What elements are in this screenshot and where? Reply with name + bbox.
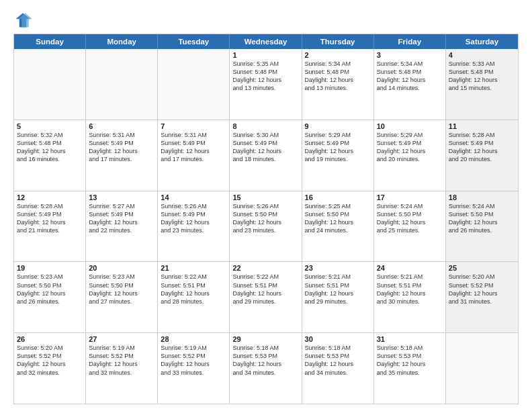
calendar-cell <box>14 49 86 120</box>
day-number: 26 <box>17 335 83 343</box>
calendar-cell: 14Sunrise: 5:26 AMSunset: 5:49 PMDayligh… <box>158 191 230 262</box>
calendar-cell: 7Sunrise: 5:31 AMSunset: 5:49 PMDaylight… <box>158 120 230 191</box>
day-number: 30 <box>305 335 371 343</box>
day-number: 29 <box>232 335 298 343</box>
calendar-cell: 16Sunrise: 5:25 AMSunset: 5:50 PMDayligh… <box>302 191 374 262</box>
calendar-cell <box>446 333 518 404</box>
day-number: 17 <box>377 193 443 201</box>
day-number: 4 <box>449 51 515 59</box>
day-number: 23 <box>305 264 371 272</box>
header-day: Tuesday <box>158 34 230 49</box>
day-number: 24 <box>377 264 443 272</box>
cell-info: Sunrise: 5:34 AMSunset: 5:48 PMDaylight:… <box>305 60 371 93</box>
calendar-cell: 23Sunrise: 5:21 AMSunset: 5:51 PMDayligh… <box>302 262 374 332</box>
day-number: 11 <box>449 122 515 130</box>
calendar-cell: 26Sunrise: 5:20 AMSunset: 5:52 PMDayligh… <box>14 333 86 404</box>
day-number: 10 <box>377 122 443 130</box>
cell-info: Sunrise: 5:30 AMSunset: 5:49 PMDaylight:… <box>232 131 298 164</box>
calendar-cell: 12Sunrise: 5:28 AMSunset: 5:49 PMDayligh… <box>14 191 86 262</box>
cell-info: Sunrise: 5:18 AMSunset: 5:53 PMDaylight:… <box>377 344 443 377</box>
cell-info: Sunrise: 5:20 AMSunset: 5:52 PMDaylight:… <box>449 273 515 306</box>
cell-info: Sunrise: 5:20 AMSunset: 5:52 PMDaylight:… <box>17 344 83 377</box>
day-number: 31 <box>377 335 443 343</box>
header-day: Saturday <box>446 34 518 49</box>
day-number: 15 <box>232 193 298 201</box>
calendar-cell: 18Sunrise: 5:24 AMSunset: 5:50 PMDayligh… <box>446 191 518 262</box>
calendar-cell: 19Sunrise: 5:23 AMSunset: 5:50 PMDayligh… <box>14 262 86 332</box>
day-number: 13 <box>89 193 154 201</box>
header-day: Wednesday <box>230 34 302 49</box>
calendar-row: 1Sunrise: 5:35 AMSunset: 5:48 PMDaylight… <box>14 49 518 120</box>
day-number: 8 <box>232 122 298 130</box>
day-number: 28 <box>161 335 226 343</box>
day-number: 5 <box>17 122 83 130</box>
day-number: 27 <box>89 335 154 343</box>
day-number: 18 <box>449 193 515 201</box>
calendar-cell: 28Sunrise: 5:19 AMSunset: 5:52 PMDayligh… <box>158 333 230 404</box>
cell-info: Sunrise: 5:23 AMSunset: 5:50 PMDaylight:… <box>17 273 83 306</box>
day-number: 19 <box>17 264 83 272</box>
day-number: 2 <box>305 51 371 59</box>
day-number: 7 <box>161 122 226 130</box>
cell-info: Sunrise: 5:24 AMSunset: 5:50 PMDaylight:… <box>449 202 515 235</box>
day-number: 20 <box>89 264 154 272</box>
calendar-cell: 20Sunrise: 5:23 AMSunset: 5:50 PMDayligh… <box>86 262 158 332</box>
cell-info: Sunrise: 5:31 AMSunset: 5:49 PMDaylight:… <box>89 131 154 164</box>
calendar-cell: 6Sunrise: 5:31 AMSunset: 5:49 PMDaylight… <box>86 120 158 191</box>
day-number: 1 <box>232 51 298 59</box>
logo-icon <box>13 11 32 30</box>
calendar-cell: 17Sunrise: 5:24 AMSunset: 5:50 PMDayligh… <box>374 191 446 262</box>
calendar-cell <box>86 49 158 120</box>
cell-info: Sunrise: 5:22 AMSunset: 5:51 PMDaylight:… <box>232 273 298 306</box>
cell-info: Sunrise: 5:25 AMSunset: 5:50 PMDaylight:… <box>305 202 371 235</box>
cell-info: Sunrise: 5:18 AMSunset: 5:53 PMDaylight:… <box>305 344 371 377</box>
cell-info: Sunrise: 5:18 AMSunset: 5:53 PMDaylight:… <box>232 344 298 377</box>
cell-info: Sunrise: 5:19 AMSunset: 5:52 PMDaylight:… <box>89 344 154 377</box>
calendar-row: 5Sunrise: 5:32 AMSunset: 5:48 PMDaylight… <box>14 120 518 191</box>
day-number: 14 <box>161 193 226 201</box>
cell-info: Sunrise: 5:26 AMSunset: 5:50 PMDaylight:… <box>232 202 298 235</box>
day-number: 25 <box>449 264 515 272</box>
cell-info: Sunrise: 5:19 AMSunset: 5:52 PMDaylight:… <box>161 344 226 377</box>
calendar-cell: 22Sunrise: 5:22 AMSunset: 5:51 PMDayligh… <box>230 262 302 332</box>
calendar-cell: 29Sunrise: 5:18 AMSunset: 5:53 PMDayligh… <box>230 333 302 404</box>
calendar-body: 1Sunrise: 5:35 AMSunset: 5:48 PMDaylight… <box>14 49 518 404</box>
day-number: 6 <box>89 122 154 130</box>
calendar-cell: 24Sunrise: 5:21 AMSunset: 5:51 PMDayligh… <box>374 262 446 332</box>
calendar-cell: 31Sunrise: 5:18 AMSunset: 5:53 PMDayligh… <box>374 333 446 404</box>
page: SundayMondayTuesdayWednesdayThursdayFrid… <box>0 0 532 411</box>
cell-info: Sunrise: 5:31 AMSunset: 5:49 PMDaylight:… <box>161 131 226 164</box>
calendar-row: 26Sunrise: 5:20 AMSunset: 5:52 PMDayligh… <box>14 332 518 404</box>
header-day: Friday <box>374 34 446 49</box>
calendar-cell: 30Sunrise: 5:18 AMSunset: 5:53 PMDayligh… <box>302 333 374 404</box>
day-number: 22 <box>232 264 298 272</box>
cell-info: Sunrise: 5:32 AMSunset: 5:48 PMDaylight:… <box>17 131 83 164</box>
calendar-cell: 21Sunrise: 5:22 AMSunset: 5:51 PMDayligh… <box>158 262 230 332</box>
cell-info: Sunrise: 5:23 AMSunset: 5:50 PMDaylight:… <box>89 273 154 306</box>
header-day: Monday <box>86 34 158 49</box>
calendar-cell: 1Sunrise: 5:35 AMSunset: 5:48 PMDaylight… <box>230 49 302 120</box>
cell-info: Sunrise: 5:21 AMSunset: 5:51 PMDaylight:… <box>305 273 371 306</box>
calendar: SundayMondayTuesdayWednesdayThursdayFrid… <box>13 34 519 404</box>
day-number: 21 <box>161 264 226 272</box>
cell-info: Sunrise: 5:27 AMSunset: 5:49 PMDaylight:… <box>89 202 154 235</box>
calendar-cell: 5Sunrise: 5:32 AMSunset: 5:48 PMDaylight… <box>14 120 86 191</box>
calendar-cell: 4Sunrise: 5:33 AMSunset: 5:48 PMDaylight… <box>446 49 518 120</box>
calendar-row: 12Sunrise: 5:28 AMSunset: 5:49 PMDayligh… <box>14 191 518 262</box>
header-day: Thursday <box>302 34 374 49</box>
cell-info: Sunrise: 5:28 AMSunset: 5:49 PMDaylight:… <box>17 202 83 235</box>
day-number: 12 <box>17 193 83 201</box>
cell-info: Sunrise: 5:29 AMSunset: 5:49 PMDaylight:… <box>377 131 443 164</box>
cell-info: Sunrise: 5:22 AMSunset: 5:51 PMDaylight:… <box>161 273 226 306</box>
cell-info: Sunrise: 5:29 AMSunset: 5:49 PMDaylight:… <box>305 131 371 164</box>
cell-info: Sunrise: 5:28 AMSunset: 5:49 PMDaylight:… <box>449 131 515 164</box>
calendar-header: SundayMondayTuesdayWednesdayThursdayFrid… <box>14 34 518 49</box>
calendar-cell: 3Sunrise: 5:34 AMSunset: 5:48 PMDaylight… <box>374 49 446 120</box>
calendar-cell <box>158 49 230 120</box>
day-number: 16 <box>305 193 371 201</box>
calendar-cell: 10Sunrise: 5:29 AMSunset: 5:49 PMDayligh… <box>374 120 446 191</box>
cell-info: Sunrise: 5:24 AMSunset: 5:50 PMDaylight:… <box>377 202 443 235</box>
logo <box>13 11 35 30</box>
calendar-cell: 15Sunrise: 5:26 AMSunset: 5:50 PMDayligh… <box>230 191 302 262</box>
day-number: 9 <box>305 122 371 130</box>
